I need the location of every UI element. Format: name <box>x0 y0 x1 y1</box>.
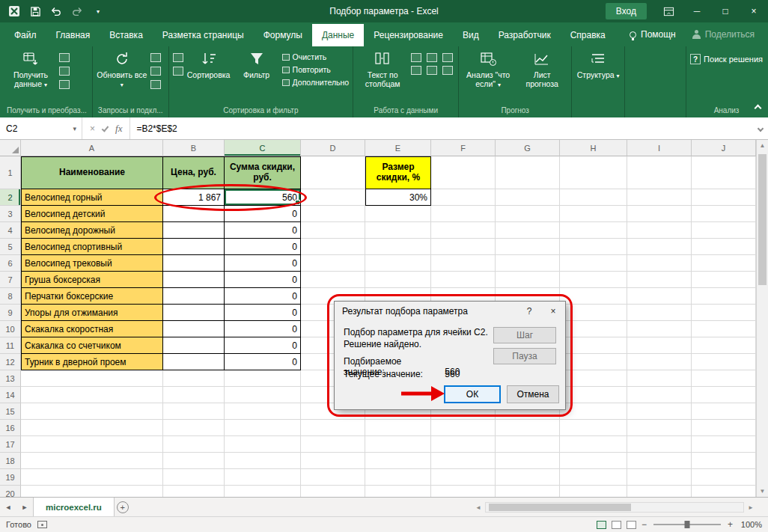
cell-C19[interactable] <box>225 469 301 486</box>
column-header-E[interactable]: E <box>365 140 431 156</box>
cell-I3[interactable] <box>627 206 692 222</box>
cancel-button[interactable]: Отмена <box>507 385 559 403</box>
row-header-13[interactable]: 13 <box>0 370 21 387</box>
minimize-button[interactable]: ─ <box>683 0 711 22</box>
cell-A1[interactable]: Наименование <box>21 156 163 189</box>
from-web-icon[interactable] <box>59 67 70 76</box>
cell-G16[interactable] <box>496 420 560 436</box>
cell-D1[interactable] <box>301 156 365 189</box>
cell-G20[interactable] <box>496 486 560 497</box>
what-if-analysis-button[interactable]: Анализ "что если" ▾ <box>463 48 513 88</box>
cell-F18[interactable] <box>431 453 496 469</box>
cell-I1[interactable] <box>627 156 692 189</box>
cell-I14[interactable] <box>627 387 692 403</box>
cell-F17[interactable] <box>431 436 496 453</box>
cell-H2[interactable] <box>560 189 627 206</box>
cell-H7[interactable] <box>560 272 627 288</box>
cell-H15[interactable] <box>560 403 627 420</box>
cell-I11[interactable] <box>627 337 692 354</box>
collapse-ribbon-icon[interactable] <box>755 103 761 113</box>
reapply-filter-button[interactable]: Повторить <box>282 65 350 74</box>
row-header-8[interactable]: 8 <box>0 288 21 305</box>
edit-links-icon[interactable] <box>150 80 161 89</box>
cell-D3[interactable] <box>301 206 365 222</box>
cell-G5[interactable] <box>496 239 560 255</box>
cell-G4[interactable] <box>496 222 560 239</box>
row-header-3[interactable]: 3 <box>0 206 21 222</box>
formula-bar-expand-icon[interactable] <box>753 117 768 139</box>
row-header-6[interactable]: 6 <box>0 255 21 272</box>
cell-J6[interactable] <box>692 255 756 272</box>
consolidate-icon[interactable] <box>411 66 421 75</box>
save-icon[interactable] <box>25 2 45 20</box>
sheet-nav-left-icon[interactable]: ◄ <box>0 498 16 516</box>
cell-H17[interactable] <box>560 436 627 453</box>
cell-E16[interactable] <box>365 420 431 436</box>
tab-view[interactable]: Вид <box>453 24 489 46</box>
cell-A14[interactable] <box>21 387 163 403</box>
cell-C3[interactable]: 0 <box>225 206 301 222</box>
cell-F16[interactable] <box>431 420 496 436</box>
hscroll-track[interactable] <box>485 502 744 513</box>
cell-D6[interactable] <box>301 255 365 272</box>
cell-J5[interactable] <box>692 239 756 255</box>
customize-quick-access-icon[interactable]: ▾ <box>88 2 108 20</box>
cell-H16[interactable] <box>560 420 627 436</box>
horizontal-scrollbar[interactable]: ◄ ► <box>473 500 756 515</box>
hscroll-thumb[interactable] <box>489 504 631 511</box>
cell-C16[interactable] <box>225 420 301 436</box>
page-layout-view-icon[interactable] <box>612 521 621 529</box>
cell-I12[interactable] <box>627 354 692 370</box>
cell-J8[interactable] <box>692 288 756 305</box>
cell-I10[interactable] <box>627 321 692 337</box>
sort-ascending-icon[interactable] <box>173 53 183 62</box>
cell-J2[interactable] <box>692 189 756 206</box>
cell-J19[interactable] <box>692 469 756 486</box>
forecast-sheet-button[interactable]: Лист прогноза <box>516 48 567 88</box>
advanced-filter-button[interactable]: Дополнительно <box>282 78 350 87</box>
cell-C8[interactable]: 0 <box>225 288 301 305</box>
cell-C11[interactable]: 0 <box>225 337 301 354</box>
cell-E5[interactable] <box>365 239 431 255</box>
cell-A12[interactable]: Турник в дверной проем <box>21 354 163 370</box>
cell-I17[interactable] <box>627 436 692 453</box>
cell-G1[interactable] <box>496 156 560 189</box>
maximize-button[interactable]: □ <box>711 0 740 22</box>
column-header-G[interactable]: G <box>496 140 560 156</box>
outline-button[interactable]: Структура ▾ <box>576 48 621 79</box>
row-header-4[interactable]: 4 <box>0 222 21 239</box>
cell-F20[interactable] <box>431 486 496 497</box>
row-header-16[interactable]: 16 <box>0 420 21 436</box>
cell-C1[interactable]: Сумма скидки, руб. <box>225 156 301 189</box>
cell-J1[interactable] <box>692 156 756 189</box>
row-header-12[interactable]: 12 <box>0 354 21 370</box>
sheet-tab-microexcel[interactable]: microexcel.ru <box>33 498 115 516</box>
workbook-connections-icon[interactable] <box>150 67 161 76</box>
cell-H10[interactable] <box>560 321 627 337</box>
cell-G18[interactable] <box>496 453 560 469</box>
cell-A15[interactable] <box>21 403 163 420</box>
cell-B10[interactable] <box>163 321 225 337</box>
cell-H3[interactable] <box>560 206 627 222</box>
row-header-2[interactable]: 2 <box>0 189 21 206</box>
cell-J18[interactable] <box>692 453 756 469</box>
tab-insert[interactable]: Вставка <box>100 24 153 46</box>
cell-C18[interactable] <box>225 453 301 469</box>
cell-I7[interactable] <box>627 272 692 288</box>
cell-E2[interactable]: 30% <box>365 189 431 206</box>
filter-button[interactable]: Фильтр <box>234 48 279 79</box>
cell-C12[interactable]: 0 <box>225 354 301 370</box>
cell-B20[interactable] <box>163 486 225 497</box>
cell-C7[interactable]: 0 <box>225 272 301 288</box>
cell-J15[interactable] <box>692 403 756 420</box>
row-header-9[interactable]: 9 <box>0 305 21 321</box>
cell-B19[interactable] <box>163 469 225 486</box>
row-header-14[interactable]: 14 <box>0 387 21 403</box>
cell-B1[interactable]: Цена, руб. <box>163 156 225 189</box>
cell-G19[interactable] <box>496 469 560 486</box>
formula-input[interactable]: =B2*$E$2 <box>130 117 753 139</box>
cell-D7[interactable] <box>301 272 365 288</box>
enter-entry-icon[interactable] <box>102 124 109 132</box>
cell-H11[interactable] <box>560 337 627 354</box>
cell-D16[interactable] <box>301 420 365 436</box>
